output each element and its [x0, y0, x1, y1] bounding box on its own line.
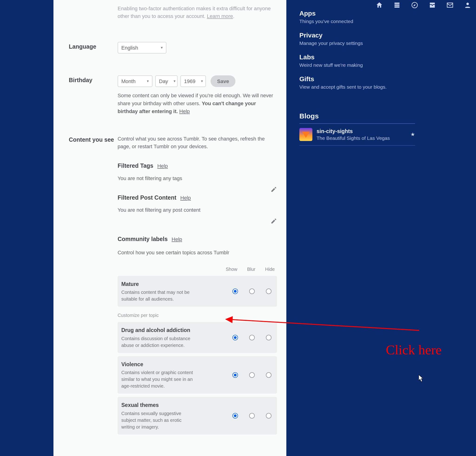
label-row-violence: Violence Contains violent or graphic con… [118, 356, 277, 394]
two-factor-description: Enabling two-factor authentication makes… [118, 5, 277, 20]
label-desc: Contains content that may not be suitabl… [121, 289, 196, 302]
account-icon[interactable] [464, 1, 471, 9]
label-desc: Contains discussion of substance abuse o… [121, 335, 196, 349]
label-title: Drug and alcohol addiction [121, 326, 232, 334]
community-labels-help-link[interactable]: Help [171, 236, 182, 242]
sidebar-item-gifts[interactable]: Gifts View and accept gifts sent to your… [299, 72, 415, 94]
birthday-day-select[interactable]: Day ▾ [155, 75, 178, 87]
birthday-month-value: Month [121, 78, 136, 85]
label-title: Sexual themes [121, 401, 232, 409]
col-hide: Hide [265, 266, 275, 273]
chevron-down-icon: ▾ [174, 79, 176, 84]
blog-subtitle: The Beautiful Sights of Las Vegas [316, 135, 390, 141]
label-desc: Contains sexually suggestive subject mat… [121, 410, 196, 430]
star-icon[interactable]: ★ [410, 132, 415, 138]
radio-sexual-hide[interactable] [266, 413, 272, 419]
radio-drugs-hide[interactable] [266, 335, 272, 340]
sidebar-item-title: Privacy [299, 32, 415, 39]
mouse-cursor-icon [418, 375, 424, 383]
community-labels-heading: Community labels Help [118, 235, 277, 244]
community-labels-sub: Control how you see certain topics acros… [118, 249, 277, 256]
customize-per-topic: Customize per topic [118, 312, 277, 319]
filtered-posts-heading: Filtered Post Content Help [118, 193, 277, 202]
sidebar-item-sub: View and accept gifts sent to your blogs… [299, 84, 415, 90]
birthday-label: Birthday [69, 75, 118, 115]
chevron-down-icon: ▾ [161, 45, 163, 51]
filtered-tags-help-link[interactable]: Help [157, 163, 168, 169]
filtered-posts-status: You are not filtering any post content [118, 206, 277, 214]
chevron-down-icon: ▾ [201, 79, 203, 84]
filtered-tags-status: You are not filtering any tags [118, 175, 277, 182]
sidebar-item-privacy[interactable]: Privacy Manage your privacy settings [299, 28, 415, 50]
sidebar-item-labs[interactable]: Labs Weird new stuff we're making [299, 50, 415, 72]
right-sidebar: Apps Things you've connected Privacy Man… [299, 7, 415, 146]
language-select[interactable]: English ▾ [118, 42, 166, 53]
annotation-text: Click here [386, 342, 442, 358]
content-body: Control what you see across Tumblr. To s… [118, 135, 277, 435]
birthday-year-select[interactable]: 1969 ▾ [180, 75, 206, 87]
pencil-icon[interactable] [271, 186, 277, 193]
blog-avatar [299, 128, 312, 141]
birthday-help-link[interactable]: Help [179, 108, 190, 114]
sidebar-item-sub: Weird new stuff we're making [299, 62, 415, 68]
content-intro: Control what you see across Tumblr. To s… [118, 135, 277, 150]
birthday-save-button[interactable]: Save [211, 75, 235, 87]
radio-violence-blur[interactable] [249, 372, 255, 378]
col-show: Show [226, 266, 237, 273]
pencil-icon[interactable] [271, 218, 277, 224]
label-row-mature: Mature Contains content that may not be … [118, 276, 277, 307]
two-factor-text: Enabling two-factor authentication makes… [118, 6, 271, 19]
sidebar-item-apps[interactable]: Apps Things you've connected [299, 7, 415, 28]
radio-sexual-show[interactable] [232, 413, 238, 419]
radio-mature-blur[interactable] [249, 289, 255, 294]
language-value: English [121, 44, 138, 52]
mail-icon[interactable] [446, 1, 454, 9]
content-label: Content you see [69, 135, 118, 435]
chevron-down-icon: ▾ [147, 79, 149, 84]
svg-point-1 [467, 3, 469, 5]
radio-mature-hide[interactable] [266, 289, 272, 294]
language-label: Language [69, 42, 118, 53]
learn-more-link[interactable]: Learn more [207, 13, 233, 19]
label-desc: Contains violent or graphic content simi… [121, 369, 196, 389]
label-title: Violence [121, 360, 232, 368]
sidebar-item-sub: Manage your privacy settings [299, 41, 415, 46]
birthday-year-value: 1969 [184, 78, 196, 85]
blog-name: sin-city-sights [316, 128, 390, 134]
label-row-sexual: Sexual themes Contains sexually suggesti… [118, 397, 277, 435]
save-button-label: Save [217, 78, 229, 85]
radio-violence-hide[interactable] [266, 372, 272, 378]
radio-drugs-blur[interactable] [249, 335, 255, 340]
label-title: Mature [121, 280, 232, 288]
filtered-tags-heading: Filtered Tags Help [118, 161, 277, 170]
radio-drugs-show[interactable] [232, 335, 238, 340]
label-columns-header: Show Blur Hide [118, 266, 277, 273]
two-factor-label [69, 5, 118, 20]
birthday-day-value: Day [159, 78, 168, 85]
sidebar-item-sub: Things you've connected [299, 19, 415, 24]
sidebar-item-title: Apps [299, 10, 415, 17]
radio-violence-show[interactable] [232, 372, 238, 378]
radio-sexual-blur[interactable] [249, 413, 255, 419]
label-row-drugs: Drug and alcohol addiction Contains disc… [118, 322, 277, 353]
col-blur: Blur [247, 266, 255, 273]
settings-panel: Enabling two-factor authentication makes… [53, 0, 286, 456]
filtered-posts-help-link[interactable]: Help [180, 195, 191, 201]
blogs-heading: Blogs [299, 112, 415, 124]
sidebar-item-title: Gifts [299, 75, 415, 83]
birthday-note: Some content can only be viewed if you'r… [118, 92, 277, 115]
radio-mature-show[interactable] [232, 289, 238, 294]
birthday-group: Month ▾ Day ▾ 1969 ▾ Save [118, 75, 277, 87]
blog-row[interactable]: sin-city-sights The Beautiful Sights of … [299, 124, 415, 146]
sidebar-item-title: Labs [299, 53, 415, 61]
birthday-month-select[interactable]: Month ▾ [118, 75, 153, 87]
inbox-icon[interactable] [429, 1, 436, 9]
